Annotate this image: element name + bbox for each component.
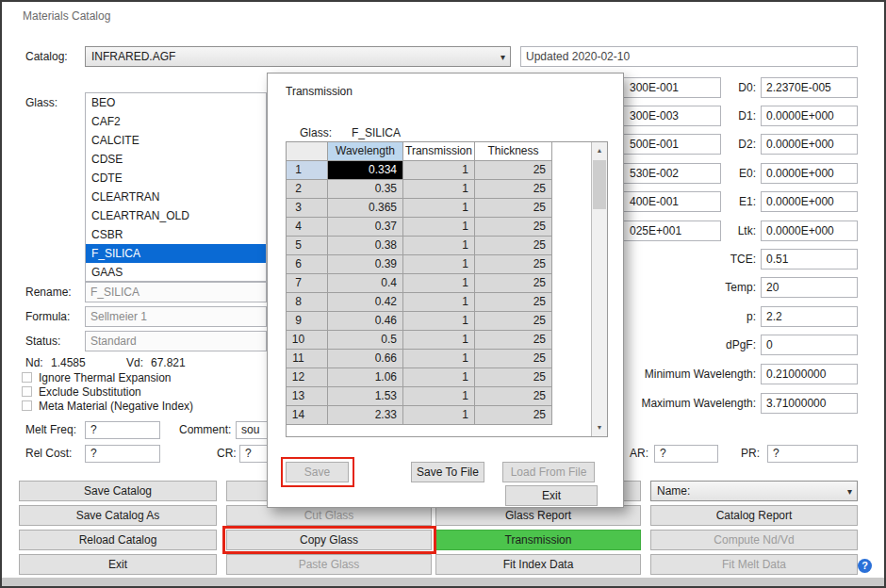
cut-glass-button[interactable]: Cut Glass — [226, 505, 432, 526]
reload-catalog-button[interactable]: Reload Catalog — [19, 530, 217, 550]
thickness-cell[interactable]: 25 — [475, 331, 552, 350]
row-number-cell[interactable]: 3 — [287, 199, 328, 218]
compute-ndvd-button[interactable]: Compute Nd/Vd — [650, 530, 858, 550]
transmission-cell[interactable]: 1 — [403, 274, 475, 293]
pr-field[interactable]: ? — [767, 445, 858, 463]
glass-list-item[interactable]: CSBR — [86, 225, 266, 244]
wavelength-limit-field[interactable]: 3.71000000 — [761, 393, 858, 414]
row-number-cell[interactable]: 12 — [287, 368, 328, 387]
column-header-thickness[interactable]: Thickness — [475, 142, 552, 161]
row-number-cell[interactable]: 1 — [287, 161, 328, 180]
wavelength-cell[interactable]: 0.37 — [328, 218, 403, 237]
glass-listbox[interactable]: BEOCAF2CALCITECDSECDTECLEARTRANCLEARTRAN… — [85, 92, 267, 282]
coef-value-field[interactable]: 2.2 — [761, 306, 858, 327]
thickness-cell[interactable]: 25 — [475, 368, 552, 387]
thickness-cell[interactable]: 25 — [475, 406, 552, 425]
exit-button[interactable]: Exit — [19, 554, 217, 575]
transmission-cell[interactable]: 1 — [403, 161, 475, 180]
transmission-cell[interactable]: 1 — [403, 180, 475, 199]
row-number-cell[interactable]: 5 — [287, 237, 328, 255]
row-number-cell[interactable]: 14 — [287, 406, 328, 425]
catalog-dropdown[interactable]: INFRARED.AGF ▾ — [85, 46, 511, 67]
wavelength-cell[interactable]: 0.5 — [328, 331, 403, 350]
transmission-cell[interactable]: 1 — [403, 293, 475, 312]
transmission-button[interactable]: Transmission — [435, 530, 641, 550]
save-catalog-as-button[interactable]: Save Catalog As — [19, 505, 217, 526]
wavelength-cell[interactable]: 1.06 — [328, 368, 403, 387]
wavelength-cell[interactable]: 0.4 — [328, 274, 403, 293]
wavelength-cell[interactable]: 0.35 — [328, 180, 403, 199]
thickness-cell[interactable]: 25 — [475, 199, 552, 218]
copy-glass-button[interactable]: Copy Glass — [226, 530, 432, 550]
thickness-cell[interactable]: 25 — [475, 350, 552, 368]
glass-list-item[interactable]: GAAS — [86, 263, 266, 282]
meta-material-checkbox[interactable] — [22, 400, 32, 411]
wavelength-cell[interactable]: 0.46 — [328, 312, 403, 331]
dialog-exit-button[interactable]: Exit — [505, 485, 598, 506]
thickness-cell[interactable]: 25 — [475, 218, 552, 237]
thickness-cell[interactable]: 25 — [475, 387, 552, 406]
row-number-cell[interactable]: 11 — [287, 350, 328, 368]
thickness-cell[interactable]: 25 — [475, 161, 552, 180]
coef-value-field[interactable]: 0 — [761, 335, 858, 355]
transmission-cell[interactable]: 1 — [403, 255, 475, 274]
row-number-cell[interactable]: 4 — [287, 218, 328, 237]
catalog-report-button[interactable]: Catalog Report — [650, 505, 858, 526]
ignore-thermal-expansion-checkbox[interactable] — [22, 372, 32, 383]
scroll-up-icon[interactable]: ▲ — [592, 143, 607, 158]
thickness-cell[interactable]: 25 — [475, 237, 552, 255]
coef-value-field[interactable]: 0.0000E+000 — [761, 163, 858, 184]
transmission-cell[interactable]: 1 — [403, 387, 475, 406]
transmission-cell[interactable]: 1 — [403, 331, 475, 350]
ar-field[interactable]: ? — [654, 445, 718, 463]
melt-freq-field[interactable]: ? — [85, 421, 160, 439]
transmission-cell[interactable]: 1 — [403, 199, 475, 218]
wavelength-cell[interactable]: 0.66 — [328, 350, 403, 368]
row-number-cell[interactable]: 7 — [287, 274, 328, 293]
coef-value-field[interactable]: 0.51 — [761, 249, 858, 270]
save-to-file-button[interactable]: Save To File — [411, 462, 484, 482]
glass-list-item[interactable]: F_SILICA — [86, 244, 266, 263]
row-number-cell[interactable]: 13 — [287, 387, 328, 406]
rel-cost-field[interactable]: ? — [85, 445, 160, 463]
fit-index-data-button[interactable]: Fit Index Data — [435, 554, 641, 575]
rename-field[interactable]: F_SILICA — [85, 282, 267, 302]
column-header-transmission[interactable]: Transmission — [403, 142, 475, 161]
row-number-cell[interactable]: 6 — [287, 255, 328, 274]
transmission-cell[interactable]: 1 — [403, 368, 475, 387]
table-scrollbar[interactable]: ▲ ▼ — [591, 142, 607, 436]
row-number-cell[interactable]: 2 — [287, 180, 328, 199]
wavelength-cell[interactable]: 0.38 — [328, 237, 403, 255]
coef-value-field[interactable]: 0.0000E+000 — [761, 134, 858, 155]
name-dropdown[interactable]: Name: ▾ — [650, 481, 858, 501]
coef-value-field[interactable]: 0.0000E+000 — [761, 191, 858, 212]
wavelength-cell[interactable]: 0.42 — [328, 293, 403, 312]
glass-list-item[interactable]: CALCITE — [86, 131, 266, 150]
paste-glass-button[interactable]: Paste Glass — [226, 554, 432, 575]
wavelength-limit-field[interactable]: 0.21000000 — [761, 364, 858, 384]
glass-list-item[interactable]: CDTE — [86, 169, 266, 188]
glass-list-item[interactable]: CLEARTRAN — [86, 188, 266, 206]
row-number-cell[interactable]: 9 — [287, 312, 328, 331]
load-from-file-button[interactable]: Load From File — [502, 462, 595, 482]
thickness-cell[interactable]: 25 — [475, 312, 552, 331]
row-number-cell[interactable]: 10 — [287, 331, 328, 350]
transmission-cell[interactable]: 1 — [403, 312, 475, 331]
thickness-cell[interactable]: 25 — [475, 180, 552, 199]
row-number-cell[interactable]: 8 — [287, 293, 328, 312]
updated-field[interactable]: Updated 2020-02-10 — [520, 46, 858, 67]
transmission-cell[interactable]: 1 — [403, 350, 475, 368]
glass-list-item[interactable]: CDSE — [86, 150, 266, 169]
glass-list-item[interactable]: CLEARTRAN_OLD — [86, 206, 266, 225]
scroll-down-icon[interactable]: ▼ — [592, 420, 607, 435]
thickness-cell[interactable]: 25 — [475, 255, 552, 274]
column-header-wavelength[interactable]: Wavelength — [328, 142, 403, 161]
coef-value-field[interactable]: 0.0000E+000 — [761, 220, 858, 241]
transmission-cell[interactable]: 1 — [403, 218, 475, 237]
dialog-save-button[interactable]: Save — [286, 462, 349, 482]
coef-value-field[interactable]: 0.0000E+000 — [761, 106, 858, 126]
coef-value-field[interactable]: 2.2370E-005 — [761, 77, 858, 98]
exclude-substitution-checkbox[interactable] — [22, 386, 32, 397]
thickness-cell[interactable]: 25 — [475, 293, 552, 312]
coef-value-field[interactable]: 20 — [761, 277, 858, 298]
